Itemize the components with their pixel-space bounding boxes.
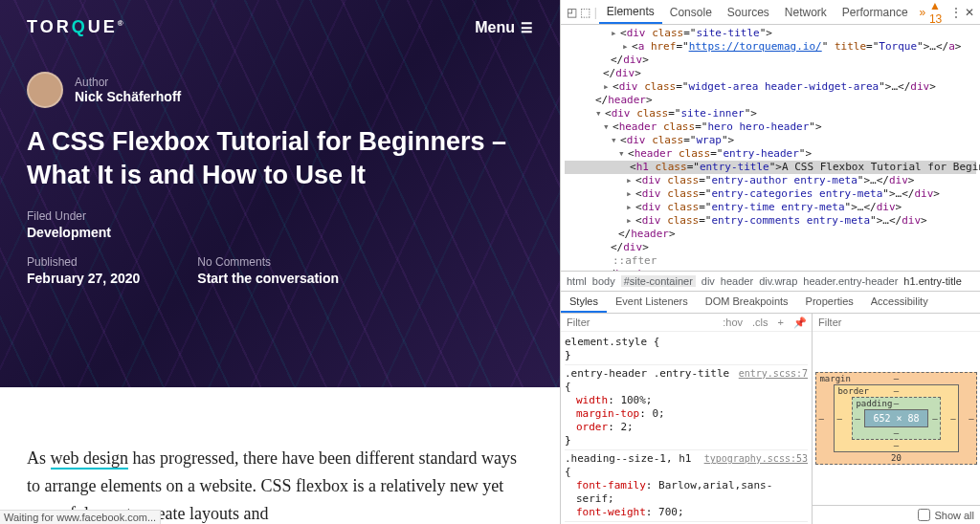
- menu-label: Menu: [475, 19, 515, 36]
- logo-text: TOR: [27, 17, 72, 36]
- author-name[interactable]: Nick Schäferhoff: [75, 89, 181, 104]
- comments-value[interactable]: Start the conversation: [197, 271, 339, 286]
- published-label: Published: [27, 255, 140, 269]
- tab-elements[interactable]: Elements: [599, 0, 662, 24]
- tab-console[interactable]: Console: [662, 0, 720, 24]
- bc-h1[interactable]: h1.entry-title: [903, 275, 962, 287]
- tab-performance[interactable]: Performance: [835, 0, 916, 24]
- avatar[interactable]: [27, 72, 63, 108]
- box-content-size: 652 × 88: [864, 409, 927, 427]
- website-viewport: TORQUE® Menu Author Nick Schäferhoff A C…: [0, 0, 560, 524]
- logo-q: Q: [72, 17, 88, 36]
- bc-body[interactable]: body: [592, 275, 615, 287]
- stab-events[interactable]: Event Listeners: [607, 292, 697, 313]
- filed-value[interactable]: Development: [27, 225, 533, 240]
- pin-icon[interactable]: 📌: [789, 317, 812, 329]
- css-rules[interactable]: element.style { } entry.scss:7.entry-hea…: [561, 332, 812, 524]
- bc-header[interactable]: header: [721, 275, 753, 287]
- devtools-panel: ◰ ⬚ | Elements Console Sources Network P…: [560, 0, 980, 524]
- more-tabs-icon[interactable]: »: [916, 6, 929, 19]
- computed-filter-input[interactable]: [813, 314, 980, 331]
- close-icon[interactable]: ✕: [963, 6, 976, 19]
- stab-props[interactable]: Properties: [797, 292, 862, 313]
- browser-statusbar: Waiting for www.facebook.com...: [0, 510, 161, 524]
- hero-section: TORQUE® Menu Author Nick Schäferhoff A C…: [0, 0, 560, 387]
- meta-row: Published February 27, 2020 No Comments …: [27, 255, 533, 286]
- bc-wrap[interactable]: div.wrap: [759, 275, 797, 287]
- styles-rules-panel: :hov .cls + 📌 element.style { } entry.sc…: [561, 314, 813, 524]
- author-row: Author Nick Schäferhoff: [27, 72, 533, 108]
- styles-filter-row: :hov .cls + 📌: [561, 314, 812, 332]
- article-body: As web design has progressed, there have…: [0, 387, 560, 524]
- dom-breadcrumbs[interactable]: html body #site-container div header div…: [561, 271, 980, 291]
- meta-comments: No Comments Start the conversation: [197, 255, 339, 286]
- stab-a11y[interactable]: Accessibility: [862, 292, 937, 313]
- published-value: February 27, 2020: [27, 271, 140, 286]
- tab-sources[interactable]: Sources: [720, 0, 777, 24]
- logo-text2: UE: [88, 17, 118, 36]
- showall-row: Show all: [813, 505, 980, 524]
- settings-icon[interactable]: ⋮: [948, 6, 962, 19]
- menu-button[interactable]: Menu: [475, 19, 533, 36]
- bc-div[interactable]: div: [702, 275, 715, 287]
- elements-tree[interactable]: ▸<div class="site-title"> ▸<a href="http…: [561, 25, 980, 271]
- styles-tabs: Styles Event Listeners DOM Breakpoints P…: [561, 291, 980, 314]
- hero-content: Author Nick Schäferhoff A CSS Flexbox Tu…: [0, 72, 560, 286]
- inspect-icon[interactable]: ◰: [565, 6, 578, 19]
- filed-label: Filed Under: [27, 209, 533, 223]
- site-logo[interactable]: TORQUE®: [27, 17, 126, 37]
- showall-checkbox[interactable]: [918, 509, 930, 521]
- styles-filter-input[interactable]: [561, 314, 718, 331]
- topbar: TORQUE® Menu: [0, 0, 560, 55]
- add-rule-icon[interactable]: +: [773, 317, 789, 328]
- selected-dom-node[interactable]: <h1 class="entry-title">A CSS Flexbox Tu…: [565, 161, 976, 174]
- bc-entryheader[interactable]: header.entry-header: [803, 275, 898, 287]
- cls-button[interactable]: .cls: [747, 317, 773, 328]
- styles-body: :hov .cls + 📌 element.style { } entry.sc…: [561, 314, 980, 524]
- warning-badge[interactable]: ▲ 13: [929, 0, 948, 26]
- box-model-diagram[interactable]: margin –20–– border –––– padding –––– 65…: [813, 332, 980, 505]
- box-model-panel: margin –20–– border –––– padding –––– 65…: [813, 314, 980, 524]
- stab-styles[interactable]: Styles: [561, 292, 607, 313]
- tab-network[interactable]: Network: [777, 0, 835, 24]
- showall-label: Show all: [934, 510, 974, 521]
- device-icon[interactable]: ⬚: [578, 6, 591, 19]
- web-design-link[interactable]: web design: [51, 448, 128, 469]
- hov-button[interactable]: :hov: [718, 317, 747, 328]
- author-label: Author: [75, 76, 181, 89]
- body-text: As: [27, 448, 51, 468]
- bc-container[interactable]: #site-container: [621, 275, 696, 287]
- page-title: A CSS Flexbox Tutorial for Beginners – W…: [27, 125, 533, 192]
- comments-label: No Comments: [197, 255, 339, 269]
- devtools-tabs: ◰ ⬚ | Elements Console Sources Network P…: [561, 0, 980, 25]
- meta-published: Published February 27, 2020: [27, 255, 140, 286]
- bc-html[interactable]: html: [567, 275, 587, 287]
- meta-filed: Filed Under Development: [27, 209, 533, 240]
- stab-dom[interactable]: DOM Breakpoints: [697, 292, 797, 313]
